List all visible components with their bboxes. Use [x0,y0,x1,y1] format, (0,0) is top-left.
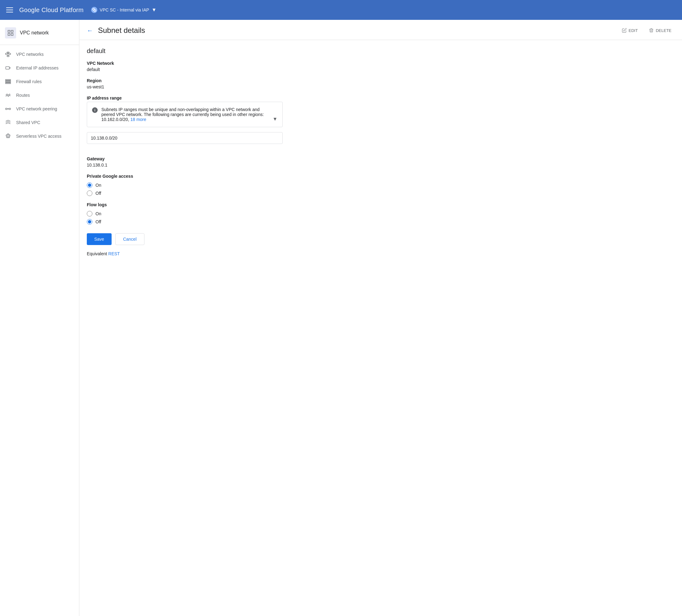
expand-icon[interactable]: ▼ [272,116,277,122]
main-content: ← Subnet details EDIT DELETE [79,20,682,616]
sidebar-item-external-ip[interactable]: External IP addresses [0,61,79,75]
private-access-radio-group: On Off [87,182,283,196]
svg-rect-4 [8,34,10,35]
flow-logs-on-option[interactable]: On [87,211,283,217]
svg-point-22 [5,108,7,110]
delete-button[interactable]: DELETE [646,26,675,35]
region-field: Region us-west1 [87,78,283,89]
peering-icon [5,106,11,112]
routes-icon [5,92,11,98]
page-header: ← Subnet details EDIT DELETE [79,20,682,40]
flow-logs-radio-group: On Off [87,211,283,224]
sidebar-item-label: External IP addresses [16,65,59,70]
ip-range-label: IP address range [87,95,283,101]
svg-rect-5 [11,34,13,35]
region-value: us-west1 [87,84,283,89]
flow-logs-on-label: On [95,211,101,216]
app-title: Google Cloud Platform [19,6,84,14]
flow-logs-off-option[interactable]: Off [87,219,283,224]
subnet-name: default [87,47,283,54]
sidebar: VPC network VPC networks [0,20,79,616]
flow-logs-field: Flow logs On Off [87,202,283,224]
project-name: VPC SC - Internal via IAP [100,7,150,13]
vpc-network-value: default [87,67,283,72]
private-access-label: Private Google access [87,174,283,179]
form-actions: Save Cancel [87,233,283,245]
private-access-on-option[interactable]: On [87,182,283,188]
private-access-off-label: Off [95,191,101,196]
ip-info-box: i Subnets IP ranges must be unique and n… [87,102,283,127]
svg-rect-6 [5,53,8,54]
layout: VPC network VPC networks [0,20,682,616]
sidebar-item-label: Shared VPC [16,120,40,125]
delete-icon [649,28,654,33]
rest-link[interactable]: REST [108,251,120,256]
gateway-field: Gateway 10.138.0.1 [87,156,283,168]
vpc-network-label: VPC Network [87,61,283,66]
sidebar-item-label: VPC network peering [16,106,57,111]
svg-rect-14 [6,67,9,69]
sidebar-item-label: VPC networks [16,52,44,57]
info-more-link[interactable]: 18 more [130,117,146,122]
ip-range-section: IP address range i Subnets IP ranges mus… [87,95,283,150]
vpc-network-field: VPC Network default [87,61,283,72]
svg-point-1 [94,9,96,12]
serverless-icon [5,133,11,139]
topbar: Google Cloud Platform VPC SC - Internal … [0,0,682,20]
vpc-networks-icon [5,51,11,58]
sidebar-product-icon [5,27,16,39]
sidebar-item-label: Routes [16,93,30,98]
sidebar-item-firewall-rules[interactable]: Firewall rules [0,75,79,88]
info-icon: i [92,107,98,113]
cancel-button[interactable]: Cancel [115,233,144,245]
back-button[interactable]: ← [87,27,93,34]
sidebar-item-vpc-peering[interactable]: VPC network peering [0,102,79,116]
svg-marker-27 [7,135,9,137]
private-access-field: Private Google access On Off [87,174,283,196]
private-access-on-label: On [95,183,101,188]
flow-logs-label: Flow logs [87,202,283,207]
page-title: Subnet details [98,26,614,35]
private-access-on-radio[interactable] [87,182,92,188]
sidebar-item-label: Firewall rules [16,79,42,84]
delete-label: DELETE [656,28,672,33]
edit-button[interactable]: EDIT [619,26,641,35]
gateway-value: 10.138.0.1 [87,162,283,168]
project-icon [91,7,97,13]
flow-logs-off-radio[interactable] [87,219,92,224]
firewall-icon [5,79,11,85]
gateway-label: Gateway [87,156,283,161]
region-label: Region [87,78,283,83]
sidebar-header: VPC network [0,22,79,45]
private-access-off-radio[interactable] [87,191,92,196]
sidebar-product-name: VPC network [20,30,49,36]
sidebar-item-label: Serverless VPC access [16,134,61,139]
sidebar-divider [0,45,79,45]
flow-logs-on-radio[interactable] [87,211,92,217]
svg-rect-7 [9,53,11,54]
svg-rect-2 [8,30,10,32]
svg-point-23 [9,108,10,110]
edit-label: EDIT [629,28,638,33]
project-selector[interactable]: VPC SC - Internal via IAP ▼ [91,7,157,13]
external-ip-icon [5,65,11,71]
svg-rect-3 [11,30,13,32]
private-access-off-option[interactable]: Off [87,191,283,196]
flow-logs-off-label: Off [95,219,101,224]
edit-icon [622,28,627,33]
sidebar-item-routes[interactable]: Routes [0,88,79,102]
rest-prefix: Equivalent [87,251,107,256]
menu-button[interactable] [5,6,14,14]
ip-range-input[interactable] [87,132,283,144]
shared-vpc-icon [5,119,11,126]
info-text: Subnets IP ranges must be unique and non… [101,107,269,122]
save-button[interactable]: Save [87,233,112,245]
dropdown-icon: ▼ [152,7,157,13]
content-area: default VPC Network default Region us-we… [79,40,290,264]
sidebar-item-shared-vpc[interactable]: Shared VPC [0,116,79,129]
sidebar-item-serverless-vpc[interactable]: Serverless VPC access [0,129,79,143]
sidebar-item-vpc-networks[interactable]: VPC networks [0,47,79,61]
rest-equivalent: Equivalent REST [87,251,283,256]
